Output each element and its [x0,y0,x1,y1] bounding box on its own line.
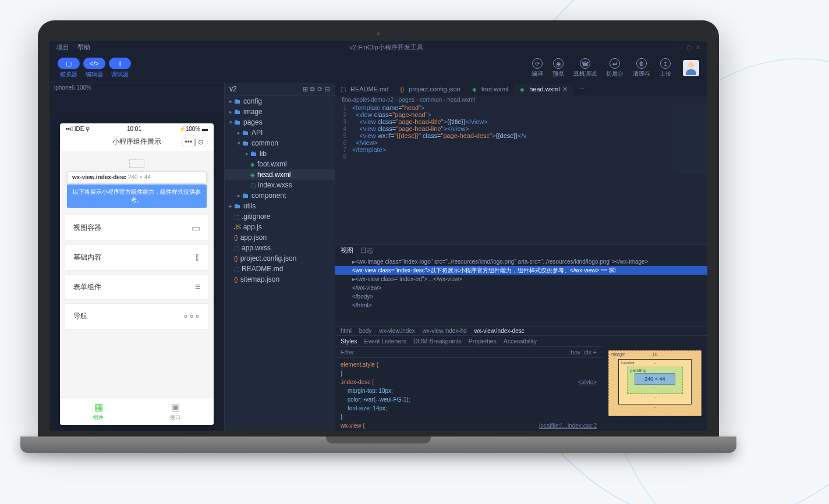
upload-button[interactable]: ↥上传 [660,58,671,78]
remote-debug-button[interactable]: ☎真机调试 [573,58,597,78]
capsule-button[interactable]: ••• | ⊙ [181,137,208,147]
simulator-device-label[interactable]: iphone6 100% [49,83,224,94]
folder-api[interactable]: ▸🖿API [225,127,335,138]
menu-item-form[interactable]: 表单组件≡ [65,274,209,300]
file-app-js[interactable]: JSapp.js [225,222,335,232]
tabs-overflow-icon[interactable]: ⋯ [573,86,589,93]
refresh-icon[interactable]: ⟳ [317,86,323,93]
window-controls: — ▢ ✕ [674,44,700,51]
collapse-icon[interactable]: ⊟ [325,86,330,93]
element-node[interactable]: </wx-view> [335,283,707,292]
battery-label: ⚡100% ▬ [179,126,208,132]
ide-screen: 项目 帮助 v2-FinClip小程序开发工具 — ▢ ✕ ▢模拟器 </>编辑… [49,41,707,431]
code-editor[interactable]: 1<template name="head"> 2 <view class="p… [335,104,707,244]
file-app-json[interactable]: {}app.json [225,232,335,243]
background-button[interactable]: ⇄切后台 [606,58,623,78]
nav-title: 小程序组件展示 [112,137,161,147]
image-placeholder-icon [129,159,144,168]
element-node-selected[interactable]: <wx-view class="index-desc">以下将展示小程序官方组件… [335,266,707,275]
tab-readme[interactable]: ⬚README.md [335,84,394,94]
preview-button[interactable]: ◉预览 [552,58,564,78]
mode-debugger[interactable]: ⫴调试器 [109,58,131,79]
tab-foot-wxml[interactable]: ◈foot.wxml [466,84,514,94]
eye-icon: ◉ [553,58,564,69]
avatar[interactable] [683,60,699,76]
minimap[interactable] [672,104,707,174]
styles-panel: Styles Event Listeners DOM Breakpoints P… [335,336,603,431]
mode-simulator[interactable]: ▢模拟器 [58,58,80,79]
menu-help[interactable]: 帮助 [77,43,90,52]
css-rules[interactable]: element.style { } <style>.index-desc { m… [335,358,603,431]
titlebar: 项目 帮助 v2-FinClip小程序开发工具 — ▢ ✕ [49,41,707,54]
phone-status-bar: ••ıl IDE ⚲ 10:01 ⚡100% ▬ [60,123,214,134]
menu-item-view-container[interactable]: 视图容器▭ [65,215,209,241]
trash-icon: 🗑 [636,58,647,69]
styles-filter-input[interactable]: Filter [341,349,354,356]
styles-tab-listeners[interactable]: Event Listeners [364,338,406,345]
switch-icon: ⇄ [610,58,620,69]
editor-breadcrumb[interactable]: fino-applet-demo-v2pagescommonhead.wxml [335,95,707,104]
styles-tabs: Styles Event Listeners DOM Breakpoints P… [335,336,603,347]
new-folder-icon[interactable]: ⧉ [310,86,315,93]
close-icon[interactable]: ✕ [562,86,568,93]
file-app-wxss[interactable]: ⬚app.wxss [225,243,335,253]
time-label: 10:01 [127,126,141,132]
styles-tab-dom-bp[interactable]: DOM Breakpoints [413,338,462,345]
laptop-base [20,436,736,453]
styles-tab-a11y[interactable]: Accessibility [504,338,537,345]
close-icon[interactable]: ✕ [696,44,700,51]
devtools-tab-elements[interactable]: 视图 [341,246,353,255]
file-readme[interactable]: ⬚README.md [225,264,335,274]
upload-icon: ↥ [660,58,671,69]
file-project-config[interactable]: {}project.config.json [225,253,335,264]
editor-tabs: ⬚README.md {}project.config.json ◈foot.w… [335,83,707,95]
element-node[interactable]: </html> [335,301,707,310]
folder-component[interactable]: ▸🖿component [225,190,335,201]
tab-project-config[interactable]: {}project.config.json [394,84,466,94]
element-node[interactable]: </body> [335,292,707,301]
editor-panel: ⬚README.md {}project.config.json ◈foot.w… [335,83,707,431]
clear-cache-button[interactable]: 🗑清缓存 [633,58,650,78]
maximize-icon[interactable]: ▢ [686,44,692,51]
file-foot-wxml[interactable]: ◈foot.wxml [225,159,335,169]
box-model[interactable]: margin10 border- padding- 240 × 44 - - [608,350,702,416]
folder-pages[interactable]: ▾🖿pages [225,117,335,127]
laptop-frame: 项目 帮助 v2-FinClip小程序开发工具 — ▢ ✕ ▢模拟器 </>编辑… [38,20,719,453]
toolbar: ▢模拟器 </>编辑器 ⫴调试器 ⟳编译 ◉预览 ☎真机调试 ⇄切后台 🗑清缓存… [49,54,707,83]
inspected-element[interactable]: 以下将展示小程序官方组件能力，组件样式仅供参考。 [67,184,207,208]
new-file-icon[interactable]: ⊞ [303,86,308,93]
menu-item-basic-content[interactable]: 基础内容𝕋 [65,244,209,271]
file-gitignore[interactable]: ⬚.gitignore [225,211,335,222]
devtools-tab-console[interactable]: 日志 [360,246,373,255]
tab-api[interactable]: ▣接口 [137,398,214,425]
element-node[interactable]: ▸<wx-image class="index-logo" src="../re… [335,257,707,266]
menu-project[interactable]: 项目 [56,43,69,52]
folder-utils[interactable]: ▸🖿utils [225,201,335,211]
main-layout: iphone6 100% ••ıl IDE ⚲ 10:01 ⚡100% ▬ 小程… [49,83,707,431]
list-icon: ≡ [195,282,200,292]
element-node[interactable]: ▸<wx-view class="index-bd">…</wx-view> [335,275,707,283]
menu-item-navigation[interactable]: 导航∘∘∘ [65,303,209,329]
compile-button[interactable]: ⟳编译 [532,58,543,78]
chip-icon: ▣ [171,402,180,413]
phone-body[interactable]: wx-view.index-desc 240 × 44 以下将展示小程序官方组件… [60,151,214,397]
elements-breadcrumb[interactable]: html body wx-view.index wx-view.index-hd… [335,326,707,335]
elements-tree[interactable]: ▸<wx-image class="index-logo" src="../re… [335,256,707,326]
file-index-wxss[interactable]: ⬚index.wxss [225,180,335,190]
tab-component[interactable]: ▦组件 [60,398,137,425]
laptop-camera [377,32,380,36]
minimize-icon[interactable]: — [676,44,682,51]
text-icon: 𝕋 [194,252,200,263]
file-head-wxml[interactable]: ◈head.wxml [225,169,335,180]
styles-tab-properties[interactable]: Properties [469,338,497,345]
styles-filter-opts[interactable]: :hov .cls + [569,349,597,356]
folder-lib[interactable]: ▸🖿lib [225,148,335,159]
styles-tab-styles[interactable]: Styles [341,338,357,345]
window-title: v2-FinClip小程序开发工具 [98,43,674,52]
folder-common[interactable]: ▾🖿common [225,138,335,148]
folder-config[interactable]: ▸🖿config [225,96,335,107]
tab-head-wxml[interactable]: ◈head.wxml✕ [514,84,573,95]
file-sitemap[interactable]: {}sitemap.json [225,274,335,285]
mode-editor[interactable]: </>编辑器 [83,58,105,79]
folder-image[interactable]: ▸🖿image [225,107,335,117]
